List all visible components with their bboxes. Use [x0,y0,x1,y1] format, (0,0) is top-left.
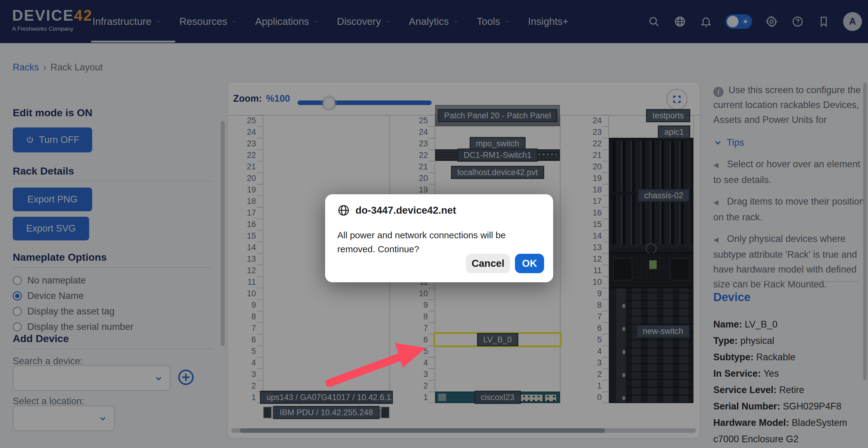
globe-icon [337,204,350,217]
dialog-title: do-3447.device42.net [355,205,456,216]
cancel-button[interactable]: Cancel [466,254,510,273]
page: DEVICE42 A Freshworks Company Infrastruc… [0,0,868,448]
ok-button[interactable]: OK [515,254,544,273]
confirm-dialog: do-3447.device42.net All power and netwo… [325,194,553,282]
dialog-message: All power and network connections will b… [337,228,537,256]
